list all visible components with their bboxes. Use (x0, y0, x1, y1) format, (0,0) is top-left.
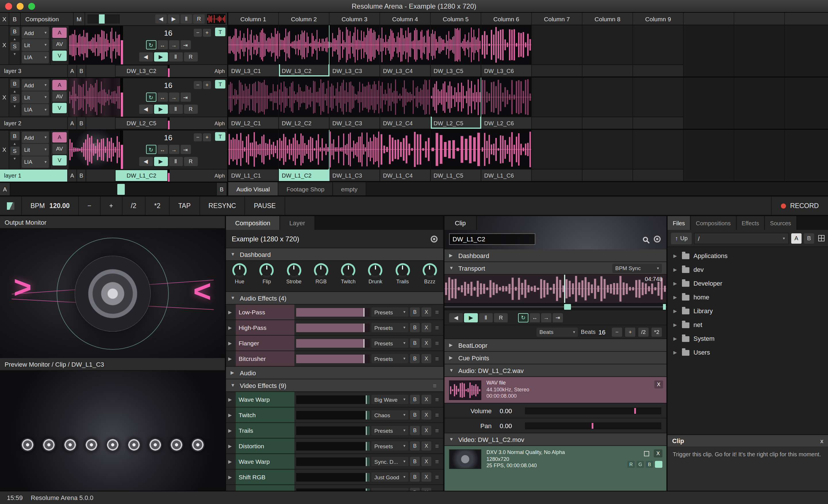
chevron-down-icon[interactable]: ▼ (13, 51, 16, 56)
play-once-button[interactable]: ⇥ (180, 41, 191, 50)
drag-handle-icon[interactable]: ≡ (431, 382, 439, 389)
empty-clip-cell[interactable] (532, 130, 582, 181)
effect-bypass-button[interactable]: B (410, 323, 420, 332)
effect-name[interactable]: Hue rotate (236, 485, 294, 491)
effect-clear-button[interactable]: X (421, 488, 431, 491)
effect-slider[interactable] (296, 457, 370, 466)
clip-cell[interactable]: DW_L2_C3 (329, 78, 380, 129)
active-clip-name[interactable]: DW_L3_C2 (115, 65, 168, 77)
composition-active-indicator[interactable] (7, 202, 14, 210)
pan-value[interactable]: 0.00 (494, 422, 525, 429)
effect-name[interactable]: Trails (236, 423, 294, 438)
effect-name[interactable]: Shift RGB (236, 469, 294, 485)
layer-v-button[interactable]: V (52, 51, 67, 61)
bpm-value[interactable]: 120.00 (49, 202, 70, 209)
drag-handle-icon[interactable]: ≡ (433, 458, 441, 465)
play-button[interactable]: ▶ (464, 313, 478, 322)
empty-clip-cell[interactable] (633, 25, 684, 77)
tab-clip[interactable]: Clip (445, 216, 477, 230)
beats-minus-button[interactable]: − (194, 81, 202, 89)
deck-tab-empty[interactable]: empty (333, 182, 366, 195)
forward-mode-button[interactable]: → (169, 145, 179, 154)
folder-item-net[interactable]: ▶net (668, 318, 828, 332)
knob-rgb[interactable]: RGB (308, 263, 334, 284)
remove-video-button[interactable]: X (654, 449, 662, 457)
effect-preset-dropdown[interactable]: Presets▾ (371, 308, 408, 317)
volume-value[interactable]: 0.00 (494, 407, 525, 414)
crossfader-b-button[interactable]: B (217, 183, 227, 195)
loop-mode-button[interactable]: ↻ (146, 145, 156, 154)
knob-dial[interactable] (368, 263, 383, 278)
active-clip-name[interactable]: DW_L1_C2 (115, 170, 168, 182)
effect-bypass-button[interactable]: B (410, 426, 420, 435)
empty-clip-cell[interactable] (532, 78, 582, 129)
effect-slider[interactable] (296, 323, 370, 332)
crossfader-b-label[interactable]: B (77, 65, 86, 77)
effect-clear-button[interactable]: X (421, 457, 431, 466)
layer-v-button[interactable]: V (52, 155, 67, 166)
preview-monitor-header[interactable]: Preview Monitor / Clip / DW_L1_C3 (0, 358, 225, 371)
empty-clip-cell[interactable] (532, 25, 582, 77)
effect-clear-button[interactable]: X (421, 354, 431, 363)
clip-cell[interactable]: DW_L3_C3 (329, 25, 380, 77)
effect-clear-button[interactable]: X (421, 395, 431, 404)
effect-preset-dropdown[interactable]: Chaos▾ (371, 410, 408, 419)
bpm-half-button[interactable]: /2 (122, 196, 146, 215)
knob-dial[interactable] (287, 263, 301, 278)
clip-waveform-display[interactable]: 04:748 (445, 275, 666, 304)
effect-bypass-button[interactable]: B (410, 488, 420, 491)
effect-preset-dropdown[interactable]: Presets▾ (371, 323, 408, 332)
layer-v-button[interactable]: V (52, 103, 67, 113)
section-transport[interactable]: ▼ Transport BPM Sync▾ (445, 262, 666, 275)
effect-bypass-button[interactable]: B (410, 410, 420, 419)
blend-mode-label[interactable]: Alph (212, 170, 227, 182)
tree-expand-icon[interactable]: ▶ (673, 350, 678, 355)
expand-icon[interactable]: ▶ (226, 340, 234, 346)
effect-name[interactable]: High-Pass (236, 320, 294, 335)
tab-composition[interactable]: Composition (226, 216, 280, 230)
effect-preset-dropdown[interactable]: Presets▾ (371, 426, 408, 435)
folder-item-applications[interactable]: ▶Applications (668, 249, 828, 263)
active-clip-name[interactable]: DW_L2_C5 (115, 117, 168, 129)
layer-av-button[interactable]: AV (52, 144, 67, 154)
deck-tab-footage-shop[interactable]: Footage Shop (278, 182, 333, 195)
minimize-button[interactable] (17, 3, 24, 9)
effect-bypass-button[interactable]: B (410, 441, 420, 451)
composition-resync-button[interactable]: R (193, 14, 205, 24)
effect-name[interactable]: Wave Warp (236, 392, 294, 407)
tree-expand-icon[interactable]: ▶ (673, 308, 678, 314)
clip-cell[interactable]: DW_L2_C1 (228, 78, 279, 129)
effect-name[interactable]: Distortion (236, 439, 294, 453)
resync-button[interactable]: R (184, 104, 198, 114)
drag-handle-icon[interactable]: ≡ (433, 309, 441, 316)
empty-clip-cell[interactable] (633, 130, 684, 181)
composition-speed-slider[interactable] (87, 14, 120, 24)
effect-clear-button[interactable]: X (421, 441, 431, 451)
bpm-plus-button[interactable]: + (100, 196, 122, 215)
section-audio[interactable]: ▶ Audio (226, 367, 443, 379)
bounce-mode-button[interactable]: ↔ (530, 313, 540, 322)
composition-x-button[interactable]: X (0, 13, 9, 25)
knob-dial[interactable] (423, 263, 437, 278)
green-channel-button[interactable]: G (636, 461, 644, 468)
expand-icon[interactable]: ▶ (226, 397, 234, 402)
zoom-button[interactable] (28, 3, 35, 9)
play-button[interactable]: ▶ (154, 104, 168, 114)
beats-value[interactable]: 16 (598, 328, 606, 335)
clip-cell[interactable]: DW_L1_C6 (481, 130, 532, 181)
remove-audio-button[interactable]: X (654, 380, 663, 388)
column-header-1[interactable]: Column 1 (228, 13, 279, 25)
crossfader-a-label[interactable]: A (68, 170, 77, 182)
section-dashboard[interactable]: ▼ Dashboard (226, 248, 443, 261)
knob-bzzz[interactable]: Bzzz (417, 263, 443, 284)
effect-preset-dropdown[interactable]: Presets▾ (371, 441, 408, 451)
beats-minus-button[interactable]: − (612, 327, 622, 336)
layer-trigger-dropdown[interactable]: LIA▾ (22, 104, 49, 116)
bounce-mode-button[interactable]: ↔ (157, 41, 168, 50)
search-icon[interactable] (643, 236, 648, 242)
effect-preset-dropdown[interactable]: Big Wave▾ (371, 395, 408, 404)
preview-b-button[interactable]: B (804, 233, 814, 243)
effect-slider[interactable] (296, 426, 370, 435)
resync-button[interactable]: RESYNC (200, 196, 245, 215)
knob-dial[interactable] (341, 263, 355, 278)
